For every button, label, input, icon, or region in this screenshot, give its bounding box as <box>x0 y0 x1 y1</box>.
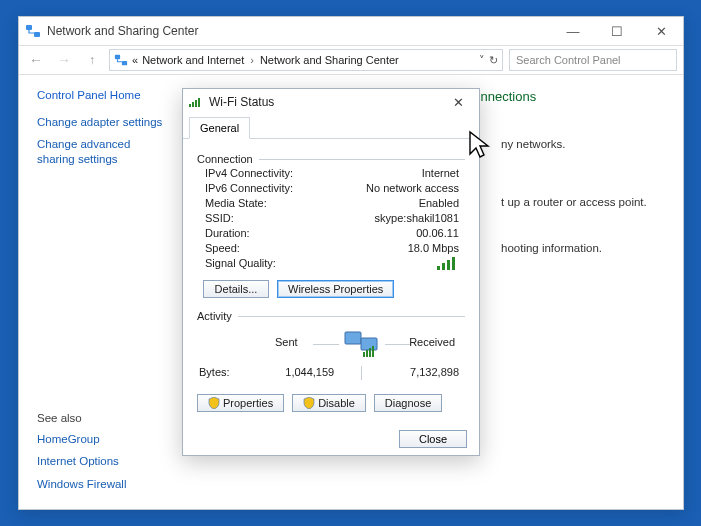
svg-rect-10 <box>447 260 450 270</box>
bytes-row: Bytes: 1,044,159 7,132,898 <box>197 366 465 380</box>
value: 18.0 Mbps <box>309 242 465 254</box>
breadcrumb-item[interactable]: Network and Sharing Center <box>260 54 399 66</box>
network-sharing-icon <box>25 23 41 39</box>
svg-rect-17 <box>372 346 374 357</box>
search-input[interactable]: Search Control Panel <box>509 49 677 71</box>
value: 00.06.11 <box>309 227 465 239</box>
row-speed: Speed:18.0 Mbps <box>197 240 465 255</box>
activity-graphic: Sent Received <box>197 326 465 362</box>
nav-up-button[interactable]: ↑ <box>81 49 103 71</box>
button-label: Disable <box>318 397 355 409</box>
divider <box>361 366 362 380</box>
partial-text: t up a router or access point. <box>501 196 671 208</box>
svg-rect-3 <box>122 61 127 65</box>
nav-forward-button[interactable]: → <box>53 49 75 71</box>
label: IPv4 Connectivity: <box>197 167 309 179</box>
shield-icon <box>303 397 315 409</box>
divider <box>313 344 339 345</box>
sent-label: Sent <box>275 336 298 348</box>
dialog-close-button[interactable]: ✕ <box>443 91 473 113</box>
svg-rect-12 <box>345 332 361 344</box>
signal-icon <box>189 95 203 109</box>
svg-rect-7 <box>198 98 200 107</box>
bytes-received: 7,132,898 <box>366 366 466 380</box>
nav-back-button[interactable]: ← <box>25 49 47 71</box>
svg-rect-14 <box>363 352 365 357</box>
partial-text: ny networks. <box>501 138 671 150</box>
breadcrumb-item[interactable]: Network and Internet <box>142 54 244 66</box>
group-activity: Activity <box>197 310 465 322</box>
titlebar: Network and Sharing Center — ☐ ✕ <box>19 17 683 45</box>
wireless-properties-button[interactable]: Wireless Properties <box>277 280 394 298</box>
label: SSID: <box>197 212 309 224</box>
group-label: Connection <box>197 153 253 165</box>
group-label: Activity <box>197 310 232 322</box>
svg-rect-15 <box>366 350 368 357</box>
see-also-link[interactable]: HomeGroup <box>37 432 171 446</box>
dialog-title: Wi-Fi Status <box>209 95 274 109</box>
wifi-status-dialog: Wi-Fi Status ✕ General Connection IPv4 C… <box>182 88 480 456</box>
close-dialog-button[interactable]: Close <box>399 430 467 448</box>
chevron-down-icon: ˅ <box>479 54 485 67</box>
left-nav: Control Panel Home Change adapter settin… <box>19 75 179 509</box>
label: Media State: <box>197 197 309 209</box>
bytes-label: Bytes: <box>197 366 263 380</box>
left-nav-link[interactable]: Change advanced sharing settings <box>37 137 171 166</box>
svg-rect-11 <box>452 257 455 270</box>
row-signal-quality: Signal Quality: <box>197 255 465 274</box>
svg-rect-8 <box>437 266 440 270</box>
bytes-sent: 1,044,159 <box>263 366 357 380</box>
close-button[interactable]: ✕ <box>639 17 683 45</box>
address-bar: ← → ↑ « Network and Internet › Network a… <box>19 45 683 75</box>
diagnose-button[interactable]: Diagnose <box>374 394 442 412</box>
network-sharing-icon <box>114 53 128 67</box>
breadcrumb-arrow-icon: › <box>248 54 256 66</box>
tab-bar: General <box>183 115 479 139</box>
svg-rect-5 <box>192 102 194 107</box>
value: No network access <box>309 182 465 194</box>
tab-general[interactable]: General <box>189 117 250 139</box>
refresh-icon[interactable]: ↻ <box>489 54 498 67</box>
svg-rect-6 <box>195 100 197 107</box>
divider <box>385 344 411 345</box>
network-activity-icon <box>341 328 381 360</box>
minimize-button[interactable]: — <box>551 17 595 45</box>
dialog-titlebar: Wi-Fi Status ✕ <box>183 89 479 115</box>
row-media-state: Media State:Enabled <box>197 195 465 210</box>
see-also-label: See also <box>37 412 171 424</box>
button-label: Properties <box>223 397 273 409</box>
svg-rect-9 <box>442 263 445 270</box>
row-ssid: SSID:skype:shakil1081 <box>197 210 465 225</box>
window-title: Network and Sharing Center <box>47 24 551 38</box>
see-also-link[interactable]: Windows Firewall <box>37 477 171 491</box>
details-button[interactable]: Details... <box>203 280 269 298</box>
dialog-body: Connection IPv4 Connectivity:Internet IP… <box>183 139 479 420</box>
breadcrumb[interactable]: « Network and Internet › Network and Sha… <box>109 49 503 71</box>
left-nav-link[interactable]: Change adapter settings <box>37 115 171 129</box>
properties-button[interactable]: Properties <box>197 394 284 412</box>
signal-quality-icon <box>309 257 465 273</box>
value: Internet <box>309 167 465 179</box>
value: skype:shakil1081 <box>309 212 465 224</box>
shield-icon <box>208 397 220 409</box>
value: Enabled <box>309 197 465 209</box>
group-connection: Connection <box>197 153 465 165</box>
search-placeholder: Search Control Panel <box>516 54 621 66</box>
row-duration: Duration:00.06.11 <box>197 225 465 240</box>
label: Duration: <box>197 227 309 239</box>
disable-button[interactable]: Disable <box>292 394 366 412</box>
window-controls: — ☐ ✕ <box>551 17 683 45</box>
see-also-link[interactable]: Internet Options <box>37 454 171 468</box>
label: IPv6 Connectivity: <box>197 182 309 194</box>
address-dropdown[interactable]: ˅ ↻ <box>479 54 498 67</box>
received-label: Received <box>409 336 455 348</box>
label: Speed: <box>197 242 309 254</box>
partial-text: hooting information. <box>501 242 671 254</box>
svg-rect-0 <box>26 25 32 30</box>
breadcrumb-sep: « <box>132 54 138 66</box>
control-panel-home-link[interactable]: Control Panel Home <box>37 89 171 101</box>
svg-rect-16 <box>369 348 371 357</box>
svg-rect-4 <box>189 104 191 107</box>
maximize-button[interactable]: ☐ <box>595 17 639 45</box>
row-ipv6: IPv6 Connectivity:No network access <box>197 180 465 195</box>
